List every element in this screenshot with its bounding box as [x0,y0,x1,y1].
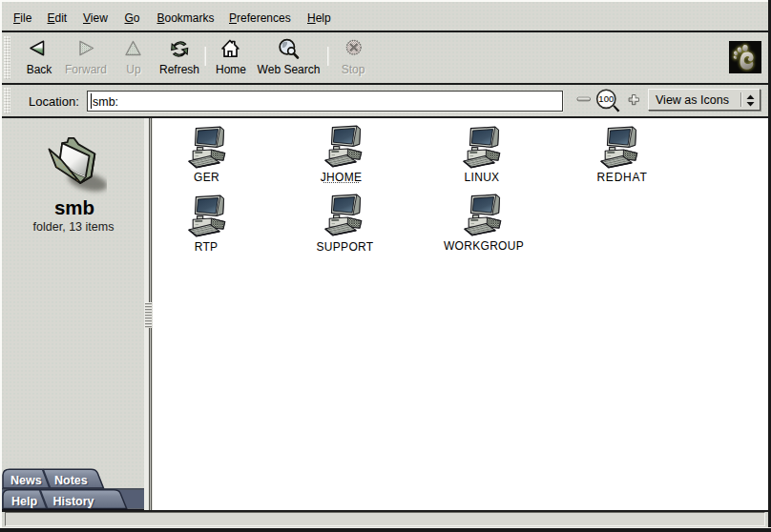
svg-text:Help: Help [11,495,37,508]
svg-text:100: 100 [598,93,614,104]
svg-text:Notes: Notes [54,474,88,487]
svg-text:News: News [10,474,42,487]
svg-text:History: History [53,495,94,508]
